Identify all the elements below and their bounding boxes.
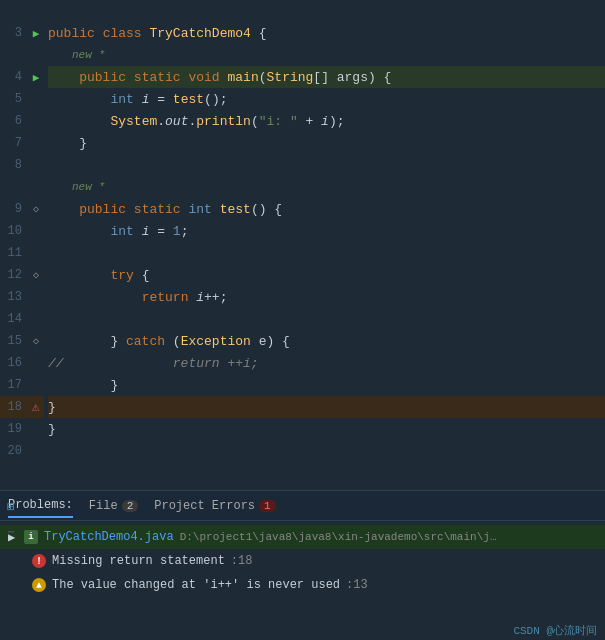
code-line: int i = 1; — [48, 220, 605, 242]
editor-area: 3 ▶ 4 ▶ 5 6 — [0, 0, 605, 490]
sidebar-icon-1[interactable]: ⊞ — [2, 498, 20, 516]
code-line: try { — [48, 264, 605, 286]
line-number: 5 — [0, 92, 28, 106]
line-number: 10 — [0, 224, 28, 238]
error-icon: ! — [32, 554, 46, 568]
tab-project-errors[interactable]: Project Errors 1 — [154, 495, 275, 517]
error-gutter-icon: ⚠ — [28, 399, 44, 415]
problem-error-item[interactable]: ! Missing return statement :18 — [0, 549, 605, 573]
code-line-error: } — [48, 396, 605, 418]
problem-filename[interactable]: TryCatchDemo4.java — [44, 530, 174, 544]
line-number: 9 — [0, 202, 28, 216]
code-line — [48, 242, 605, 264]
code-line: } — [48, 374, 605, 396]
panel-content: ▶ i TryCatchDemo4.java D:\project1\java8… — [0, 521, 605, 601]
brand-label: CSDN @心流时间 — [513, 625, 597, 637]
bookmark-icon[interactable]: ◇ — [28, 203, 44, 215]
code-line: } catch (Exception e) { — [48, 330, 605, 352]
line-number: 13 — [0, 290, 28, 304]
line-number: 15 — [0, 334, 28, 348]
code-line: System.out.println("i: " + i); — [48, 110, 605, 132]
problem-filepath: D:\project1\java8\java8\xin-javademo\src… — [180, 531, 500, 543]
code-line-new-badge: new * — [48, 44, 605, 66]
line-number: 18 — [0, 400, 28, 414]
project-errors-badge: 1 — [259, 500, 276, 512]
code-line — [48, 154, 605, 176]
problem-file-item[interactable]: ▶ i TryCatchDemo4.java D:\project1\java8… — [0, 525, 605, 549]
code-line: int i = test(); — [48, 88, 605, 110]
code-line — [48, 440, 605, 462]
code-line: // return ++i; — [48, 352, 605, 374]
file-badge: 2 — [122, 500, 139, 512]
panel-tab-bar: Problems: File 2 Project Errors 1 — [0, 491, 605, 521]
code-line: } — [48, 418, 605, 440]
line-number: 7 — [0, 136, 28, 150]
line-gutter: 3 ▶ 4 ▶ 5 6 — [0, 0, 44, 490]
line-number: 20 — [0, 444, 28, 458]
line-number: 6 — [0, 114, 28, 128]
code-content: public class TryCatchDemo4 { new * publi… — [44, 0, 605, 490]
tab-file-label: File — [89, 499, 118, 513]
code-line: } — [48, 132, 605, 154]
code-line: return i++; — [48, 286, 605, 308]
bookmark-icon[interactable]: ◇ — [28, 335, 44, 347]
code-line-new-badge: new * — [48, 176, 605, 198]
line-number: 3 — [0, 26, 28, 40]
code-line: public static void main(String[] args) { — [48, 66, 605, 88]
tab-file[interactable]: File 2 — [89, 495, 138, 517]
line-number: 14 — [0, 312, 28, 326]
error-message: Missing return statement — [52, 554, 225, 568]
run-icon[interactable]: ▶ — [28, 71, 44, 84]
warning-icon: ▲ — [32, 578, 46, 592]
line-number: 11 — [0, 246, 28, 260]
left-panel-icons: ⊞ ⋯ — [2, 498, 20, 540]
sidebar-icon-2[interactable]: ⋯ — [2, 522, 20, 540]
file-info-icon: i — [24, 530, 38, 544]
code-line: public class TryCatchDemo4 { — [48, 22, 605, 44]
line-number: 17 — [0, 378, 28, 392]
code-line: public static int test() { — [48, 198, 605, 220]
footer: CSDN @心流时间 — [505, 621, 605, 640]
run-icon[interactable]: ▶ — [28, 27, 44, 40]
code-line — [48, 308, 605, 330]
code-line — [48, 0, 605, 22]
line-number: 8 — [0, 158, 28, 172]
bookmark-icon[interactable]: ◇ — [28, 269, 44, 281]
problem-warning-item[interactable]: ▲ The value changed at 'i++' is never us… — [0, 573, 605, 597]
line-number: 16 — [0, 356, 28, 370]
line-number: 4 — [0, 70, 28, 84]
line-number: 12 — [0, 268, 28, 282]
line-number: 19 — [0, 422, 28, 436]
tab-project-errors-label: Project Errors — [154, 499, 255, 513]
error-line-ref: :18 — [231, 554, 253, 568]
problems-panel: Problems: File 2 Project Errors 1 ▶ i Tr… — [0, 490, 605, 640]
warning-message: The value changed at 'i++' is never used — [52, 578, 340, 592]
warning-line-ref: :13 — [346, 578, 368, 592]
